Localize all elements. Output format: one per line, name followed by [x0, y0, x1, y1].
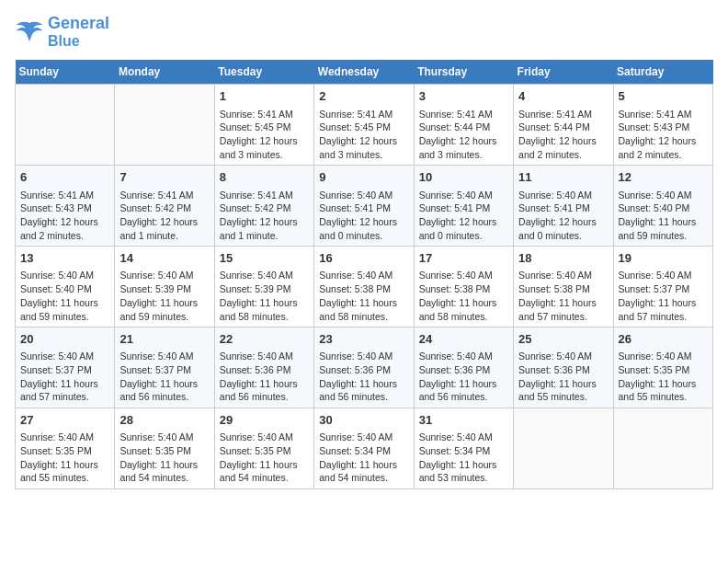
day-number: 28 [119, 412, 209, 429]
calendar-week-row: 1Sunrise: 5:41 AM Sunset: 5:45 PM Daylig… [16, 85, 713, 166]
calendar-table: SundayMondayTuesdayWednesdayThursdayFrid… [15, 60, 713, 489]
calendar-cell: 9Sunrise: 5:40 AM Sunset: 5:41 PM Daylig… [314, 166, 414, 247]
day-info: Sunrise: 5:40 AM Sunset: 5:37 PM Dayligh… [619, 269, 708, 323]
calendar-cell: 21Sunrise: 5:40 AM Sunset: 5:37 PM Dayli… [115, 327, 214, 408]
day-number: 6 [20, 169, 109, 186]
calendar-cell [16, 85, 115, 166]
day-number: 15 [220, 250, 309, 267]
calendar-cell: 18Sunrise: 5:40 AM Sunset: 5:38 PM Dayli… [514, 247, 613, 327]
day-header-monday: Monday [115, 60, 214, 85]
day-info: Sunrise: 5:40 AM Sunset: 5:37 PM Dayligh… [119, 350, 209, 404]
day-info: Sunrise: 5:40 AM Sunset: 5:38 PM Dayligh… [319, 269, 408, 323]
day-info: Sunrise: 5:40 AM Sunset: 5:34 PM Dayligh… [419, 431, 508, 485]
calendar-cell: 26Sunrise: 5:40 AM Sunset: 5:35 PM Dayli… [613, 327, 712, 408]
calendar-cell: 29Sunrise: 5:40 AM Sunset: 5:35 PM Dayli… [214, 408, 313, 489]
day-number: 9 [319, 169, 408, 186]
day-info: Sunrise: 5:41 AM Sunset: 5:43 PM Dayligh… [20, 189, 109, 243]
calendar-cell: 25Sunrise: 5:40 AM Sunset: 5:36 PM Dayli… [514, 327, 613, 408]
day-info: Sunrise: 5:40 AM Sunset: 5:35 PM Dayligh… [20, 431, 109, 485]
calendar-cell: 6Sunrise: 5:41 AM Sunset: 5:43 PM Daylig… [16, 166, 115, 247]
day-number: 8 [220, 169, 309, 186]
day-info: Sunrise: 5:40 AM Sunset: 5:38 PM Dayligh… [518, 269, 608, 323]
calendar-cell: 8Sunrise: 5:41 AM Sunset: 5:42 PM Daylig… [214, 166, 313, 247]
logo: General Blue [15, 15, 109, 49]
day-number: 3 [419, 88, 508, 105]
calendar-week-row: 27Sunrise: 5:40 AM Sunset: 5:35 PM Dayli… [16, 408, 713, 489]
day-info: Sunrise: 5:41 AM Sunset: 5:43 PM Dayligh… [619, 108, 708, 162]
calendar-header-row: SundayMondayTuesdayWednesdayThursdayFrid… [16, 60, 713, 85]
day-info: Sunrise: 5:40 AM Sunset: 5:39 PM Dayligh… [119, 269, 209, 323]
day-info: Sunrise: 5:40 AM Sunset: 5:37 PM Dayligh… [20, 350, 109, 404]
day-number: 12 [619, 169, 708, 186]
calendar-cell: 15Sunrise: 5:40 AM Sunset: 5:39 PM Dayli… [214, 247, 313, 327]
calendar-cell: 23Sunrise: 5:40 AM Sunset: 5:36 PM Dayli… [314, 327, 414, 408]
day-number: 23 [319, 331, 408, 348]
day-info: Sunrise: 5:40 AM Sunset: 5:35 PM Dayligh… [619, 350, 708, 404]
calendar-cell: 11Sunrise: 5:40 AM Sunset: 5:41 PM Dayli… [514, 166, 613, 247]
day-info: Sunrise: 5:40 AM Sunset: 5:36 PM Dayligh… [319, 350, 408, 404]
calendar-cell: 2Sunrise: 5:41 AM Sunset: 5:45 PM Daylig… [314, 85, 414, 166]
calendar-cell: 22Sunrise: 5:40 AM Sunset: 5:36 PM Dayli… [214, 327, 313, 408]
day-header-friday: Friday [514, 60, 613, 85]
day-number: 22 [220, 331, 309, 348]
calendar-cell: 7Sunrise: 5:41 AM Sunset: 5:42 PM Daylig… [115, 166, 214, 247]
day-info: Sunrise: 5:40 AM Sunset: 5:34 PM Dayligh… [319, 431, 408, 485]
day-number: 27 [20, 412, 109, 429]
calendar-cell: 27Sunrise: 5:40 AM Sunset: 5:35 PM Dayli… [16, 408, 115, 489]
day-header-thursday: Thursday [414, 60, 513, 85]
day-number: 26 [619, 331, 708, 348]
day-info: Sunrise: 5:40 AM Sunset: 5:41 PM Dayligh… [319, 189, 408, 243]
day-info: Sunrise: 5:41 AM Sunset: 5:45 PM Dayligh… [220, 108, 309, 162]
day-info: Sunrise: 5:40 AM Sunset: 5:40 PM Dayligh… [619, 189, 708, 243]
day-info: Sunrise: 5:40 AM Sunset: 5:39 PM Dayligh… [220, 269, 309, 323]
calendar-cell [115, 85, 214, 166]
day-number: 7 [119, 169, 209, 186]
day-number: 2 [319, 88, 408, 105]
day-info: Sunrise: 5:40 AM Sunset: 5:41 PM Dayligh… [419, 189, 508, 243]
day-number: 20 [20, 331, 109, 348]
day-info: Sunrise: 5:40 AM Sunset: 5:36 PM Dayligh… [220, 350, 309, 404]
day-info: Sunrise: 5:41 AM Sunset: 5:44 PM Dayligh… [518, 108, 608, 162]
day-number: 31 [419, 412, 508, 429]
day-info: Sunrise: 5:41 AM Sunset: 5:45 PM Dayligh… [319, 108, 408, 162]
day-info: Sunrise: 5:40 AM Sunset: 5:41 PM Dayligh… [518, 189, 608, 243]
logo-text: General Blue [48, 15, 109, 49]
calendar-cell: 1Sunrise: 5:41 AM Sunset: 5:45 PM Daylig… [214, 85, 313, 166]
day-info: Sunrise: 5:40 AM Sunset: 5:38 PM Dayligh… [419, 269, 508, 323]
calendar-cell: 5Sunrise: 5:41 AM Sunset: 5:43 PM Daylig… [613, 85, 712, 166]
calendar-cell: 30Sunrise: 5:40 AM Sunset: 5:34 PM Dayli… [314, 408, 414, 489]
calendar-cell [613, 408, 712, 489]
calendar-cell: 17Sunrise: 5:40 AM Sunset: 5:38 PM Dayli… [414, 247, 513, 327]
calendar-cell: 24Sunrise: 5:40 AM Sunset: 5:36 PM Dayli… [414, 327, 513, 408]
calendar-cell: 16Sunrise: 5:40 AM Sunset: 5:38 PM Dayli… [314, 247, 414, 327]
calendar-week-row: 6Sunrise: 5:41 AM Sunset: 5:43 PM Daylig… [16, 166, 713, 247]
day-number: 4 [518, 88, 608, 105]
day-number: 25 [518, 331, 608, 348]
calendar-cell: 3Sunrise: 5:41 AM Sunset: 5:44 PM Daylig… [414, 85, 513, 166]
day-number: 5 [619, 88, 708, 105]
day-number: 10 [419, 169, 508, 186]
calendar-cell: 28Sunrise: 5:40 AM Sunset: 5:35 PM Dayli… [115, 408, 214, 489]
calendar-cell: 10Sunrise: 5:40 AM Sunset: 5:41 PM Dayli… [414, 166, 513, 247]
day-number: 19 [619, 250, 708, 267]
day-header-sunday: Sunday [16, 60, 115, 85]
calendar-cell: 19Sunrise: 5:40 AM Sunset: 5:37 PM Dayli… [613, 247, 712, 327]
calendar-cell: 12Sunrise: 5:40 AM Sunset: 5:40 PM Dayli… [613, 166, 712, 247]
day-header-saturday: Saturday [613, 60, 712, 85]
day-number: 18 [518, 250, 608, 267]
day-header-wednesday: Wednesday [314, 60, 414, 85]
day-info: Sunrise: 5:40 AM Sunset: 5:35 PM Dayligh… [220, 431, 309, 485]
day-number: 30 [319, 412, 408, 429]
calendar-cell: 20Sunrise: 5:40 AM Sunset: 5:37 PM Dayli… [16, 327, 115, 408]
calendar-cell: 14Sunrise: 5:40 AM Sunset: 5:39 PM Dayli… [115, 247, 214, 327]
calendar-cell: 13Sunrise: 5:40 AM Sunset: 5:40 PM Dayli… [16, 247, 115, 327]
day-info: Sunrise: 5:40 AM Sunset: 5:36 PM Dayligh… [518, 350, 608, 404]
calendar-week-row: 13Sunrise: 5:40 AM Sunset: 5:40 PM Dayli… [16, 247, 713, 327]
day-number: 11 [518, 169, 608, 186]
day-number: 14 [119, 250, 209, 267]
calendar-cell: 4Sunrise: 5:41 AM Sunset: 5:44 PM Daylig… [514, 85, 613, 166]
day-info: Sunrise: 5:41 AM Sunset: 5:42 PM Dayligh… [119, 189, 209, 243]
logo-icon [15, 19, 44, 45]
day-info: Sunrise: 5:40 AM Sunset: 5:35 PM Dayligh… [119, 431, 209, 485]
day-info: Sunrise: 5:41 AM Sunset: 5:42 PM Dayligh… [220, 189, 309, 243]
